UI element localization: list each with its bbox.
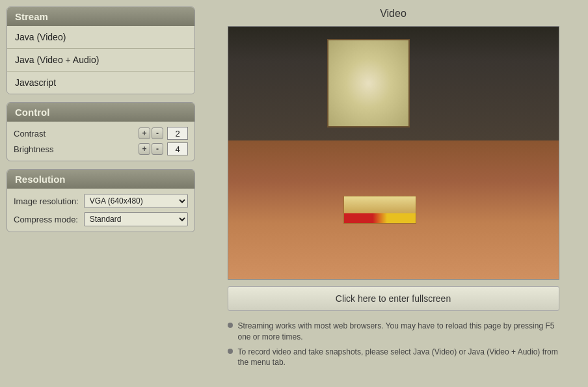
stream-panel-header: Stream (7, 7, 194, 26)
control-panel-header: Control (7, 103, 194, 122)
scene-desk (228, 140, 559, 279)
scene-window (327, 39, 410, 127)
sidebar: Stream Java (Video) Java (Video + Audio)… (7, 7, 195, 371)
image-resolution-select[interactable]: VGA (640x480) QVGA (320x240) HD (1280x72… (84, 194, 188, 208)
scene-box (343, 196, 416, 224)
stream-item-javascript[interactable]: Javascript (7, 72, 194, 94)
brightness-value: 4 (167, 142, 188, 155)
resolution-panel: Resolution Image resolution: VGA (640x48… (7, 169, 195, 232)
main-content: Video Click here to enter fullscreen Str… (205, 7, 581, 371)
note-text-1: Streaming works with most web browsers. … (238, 321, 559, 343)
resolution-grid: Image resolution: VGA (640x480) QVGA (32… (7, 189, 194, 232)
brightness-decrease-button[interactable]: - (152, 143, 163, 155)
contrast-increase-button[interactable]: + (139, 127, 150, 139)
stream-panel: Stream Java (Video) Java (Video + Audio)… (7, 7, 195, 94)
brightness-increase-button[interactable]: + (139, 143, 150, 155)
video-scene (228, 27, 559, 279)
compress-mode-select[interactable]: Standard High Low (84, 212, 188, 226)
notes-section: Streaming works with most web browsers. … (228, 317, 559, 371)
stream-item-java-video-audio[interactable]: Java (Video + Audio) (7, 49, 194, 72)
note-bullet-1 (228, 323, 233, 328)
stream-item-java-video[interactable]: Java (Video) (7, 26, 194, 49)
control-panel: Control Contrast + - 2 Brightness + - 4 (7, 102, 195, 161)
contrast-value: 2 (167, 127, 188, 140)
contrast-buttons: + - (139, 127, 163, 139)
image-resolution-label: Image resolution: (14, 196, 79, 206)
note-bullet-2 (228, 349, 233, 354)
contrast-label: Contrast (14, 129, 135, 139)
brightness-buttons: + - (139, 143, 163, 155)
fullscreen-button[interactable]: Click here to enter fullscreen (228, 286, 559, 311)
note-item-1: Streaming works with most web browsers. … (228, 321, 559, 343)
resolution-panel-header: Resolution (7, 170, 194, 189)
video-title: Video (380, 8, 407, 20)
video-frame (228, 26, 559, 280)
note-item-2: To record video and take snapshots, plea… (228, 347, 559, 369)
compress-mode-label: Compress mode: (14, 215, 79, 224)
control-grid: Contrast + - 2 Brightness + - 4 (7, 122, 194, 161)
note-text-2: To record video and take snapshots, plea… (238, 347, 559, 369)
contrast-decrease-button[interactable]: - (152, 127, 163, 139)
brightness-label: Brightness (14, 144, 135, 154)
scene-box-stripe (344, 213, 416, 222)
